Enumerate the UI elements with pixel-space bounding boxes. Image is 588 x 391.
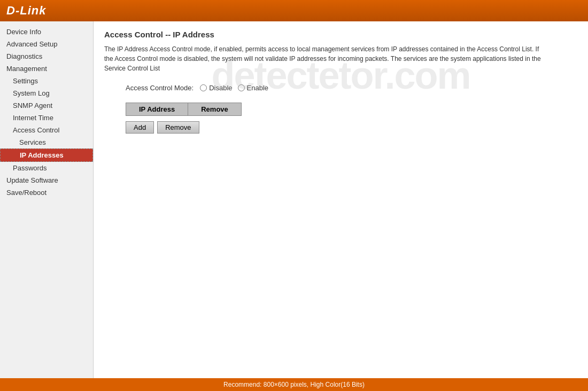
- logo-text: D-Link: [6, 4, 46, 17]
- sidebar-item-ip-addresses[interactable]: IP Addresses: [0, 148, 93, 162]
- sidebar-item-advanced-setup[interactable]: Advanced Setup: [0, 38, 93, 50]
- logo: D-Link: [6, 4, 46, 18]
- disable-option[interactable]: Disable: [200, 84, 232, 92]
- sidebar-item-management[interactable]: Management: [0, 62, 93, 75]
- content-area: Access Control -- IP Address The IP Addr…: [94, 21, 588, 378]
- remove-button[interactable]: Remove: [157, 121, 199, 134]
- sidebar-item-system-log[interactable]: System Log: [0, 87, 93, 99]
- table-header-row: IP Address Remove: [126, 103, 242, 116]
- sidebar-item-snmp-agent[interactable]: SNMP Agent: [0, 99, 93, 112]
- add-button[interactable]: Add: [126, 121, 154, 134]
- sidebar-item-passwords[interactable]: Passwords: [0, 162, 93, 174]
- sidebar-item-services[interactable]: Services: [0, 136, 93, 148]
- sidebar-item-settings[interactable]: Settings: [0, 75, 93, 87]
- footer-text: Recommend: 800×600 pixels, High Color(16…: [223, 381, 365, 388]
- col-remove: Remove: [188, 103, 242, 116]
- sidebar-item-update-software[interactable]: Update Software: [0, 174, 93, 186]
- sidebar-item-device-info[interactable]: Device Info: [0, 26, 93, 38]
- header: D-Link: [0, 0, 588, 21]
- description-text: The IP Address Access Control mode, if e…: [104, 44, 543, 73]
- action-buttons: Add Remove: [126, 121, 577, 134]
- main-layout: Device InfoAdvanced SetupDiagnosticsMana…: [0, 21, 588, 378]
- disable-radio[interactable]: [200, 84, 207, 91]
- ip-table: IP Address Remove: [126, 103, 242, 116]
- sidebar-item-save-reboot[interactable]: Save/Reboot: [0, 186, 93, 199]
- access-control-mode-row: Access Control Mode: Disable Enable: [104, 84, 577, 92]
- col-ip-address: IP Address: [126, 103, 188, 116]
- sidebar-item-access-control[interactable]: Access Control: [0, 124, 93, 136]
- sidebar-item-internet-time[interactable]: Internet Time: [0, 112, 93, 124]
- page-title: Access Control -- IP Address: [104, 30, 577, 39]
- sidebar-item-diagnostics[interactable]: Diagnostics: [0, 50, 93, 62]
- enable-option[interactable]: Enable: [238, 84, 268, 92]
- mode-label: Access Control Mode:: [126, 84, 194, 92]
- footer: Recommend: 800×600 pixels, High Color(16…: [0, 378, 588, 391]
- sidebar: Device InfoAdvanced SetupDiagnosticsMana…: [0, 21, 94, 378]
- enable-radio[interactable]: [238, 84, 245, 91]
